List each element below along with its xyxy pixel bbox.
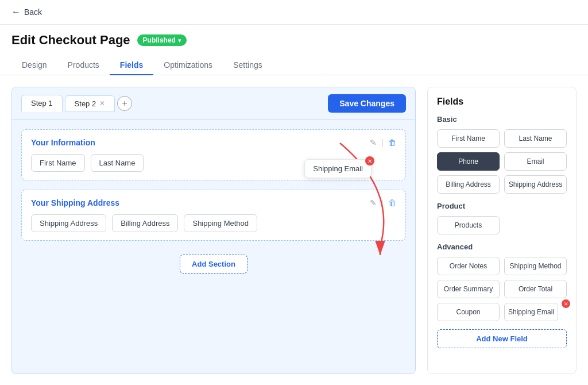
- section2-title: Your Shipping Address: [31, 198, 119, 207]
- published-badge[interactable]: Published ▾: [137, 34, 187, 46]
- panel-field-first-name[interactable]: First Name: [437, 129, 500, 148]
- step1-label: Step 1: [31, 99, 53, 107]
- panel-field-email[interactable]: Email: [504, 152, 567, 171]
- tab-products[interactable]: Products: [57, 56, 110, 75]
- section-shipping-address: Your Shipping Address ✎ | 🗑 Shipping Add…: [21, 190, 406, 241]
- panel-advanced-label: Advanced: [437, 242, 567, 251]
- canvas-area: Step 1 Step 2 ✕ + Save Changes Your Info: [11, 87, 416, 374]
- badge-chevron-icon: ▾: [178, 37, 181, 44]
- tab-design[interactable]: Design: [11, 56, 57, 75]
- panel-basic-label: Basic: [437, 115, 567, 124]
- section2-actions: ✎ | 🗑: [370, 198, 396, 207]
- tab-optimizations[interactable]: Optimizations: [153, 56, 223, 75]
- panel-title: Fields: [437, 97, 567, 107]
- back-arrow-icon: ←: [11, 7, 21, 17]
- panel-field-phone[interactable]: Phone: [437, 152, 500, 171]
- add-section-button[interactable]: Add Section: [180, 255, 247, 274]
- section2-divider: |: [381, 198, 384, 207]
- panel-advanced-fields: Order Notes Shipping Method Order Summar…: [437, 257, 567, 321]
- panel-field-shipping-email[interactable]: Shipping Email: [504, 303, 558, 321]
- panel-field-coupon[interactable]: Coupon: [437, 303, 500, 321]
- panel-field-last-name[interactable]: Last Name: [504, 129, 567, 148]
- panel-product-fields: Products: [437, 216, 567, 234]
- field-shipping-address: Shipping Address: [31, 214, 106, 232]
- section1-wrapper: Your Information ✎ | 🗑 First Name Last N…: [21, 129, 406, 180]
- top-bar: ← Back: [0, 0, 588, 25]
- header-row: Edit Checkout Page Published ▾: [0, 25, 588, 48]
- add-step-button[interactable]: +: [117, 96, 132, 111]
- section2-header: Your Shipping Address ✎ | 🗑: [31, 198, 396, 207]
- step-bar: Step 1 Step 2 ✕ + Save Changes: [12, 87, 415, 120]
- step2-close-icon[interactable]: ✕: [99, 99, 105, 107]
- section2-edit-button[interactable]: ✎: [370, 198, 377, 207]
- main-content: Step 1 Step 2 ✕ + Save Changes Your Info: [0, 75, 588, 385]
- section1-actions: ✎ | 🗑: [370, 138, 396, 147]
- panel-field-products[interactable]: Products: [437, 216, 500, 234]
- panel-product-label: Product: [437, 202, 567, 210]
- panel-field-shipping-email-remove[interactable]: ✕: [562, 299, 570, 308]
- section2-fields: Shipping Address Billing Address Shippin…: [31, 214, 396, 232]
- panel-field-shipping-method[interactable]: Shipping Method: [504, 257, 567, 275]
- panel-field-order-total[interactable]: Order Total: [504, 280, 567, 298]
- step-tabs: Step 1 Step 2 ✕ +: [21, 95, 132, 112]
- tab-settings[interactable]: Settings: [223, 56, 273, 75]
- panel-field-shipping-email-wrapper: Shipping Email ✕: [504, 303, 567, 321]
- section1-delete-button[interactable]: 🗑: [388, 138, 396, 147]
- canvas-body: Your Information ✎ | 🗑 First Name Last N…: [12, 120, 415, 283]
- section2-delete-button[interactable]: 🗑: [388, 198, 396, 207]
- tab-fields[interactable]: Fields: [110, 56, 153, 75]
- section1-header: Your Information ✎ | 🗑: [31, 138, 396, 147]
- drag-tooltip-close-button[interactable]: ✕: [365, 156, 374, 165]
- field-billing-address: Billing Address: [112, 214, 178, 232]
- drag-tooltip-label: Shipping Email: [313, 164, 363, 173]
- panel-field-order-notes[interactable]: Order Notes: [437, 257, 500, 275]
- step2-label: Step 2: [75, 99, 96, 108]
- add-new-field-button[interactable]: Add New Field: [437, 329, 567, 348]
- back-button[interactable]: ← Back: [11, 7, 42, 17]
- page-title: Edit Checkout Page: [11, 33, 130, 48]
- section1-divider: |: [381, 138, 384, 147]
- drag-tooltip: Shipping Email ✕: [304, 159, 372, 178]
- section1-title: Your Information: [31, 138, 95, 147]
- panel-basic-fields: First Name Last Name Phone Email Billing…: [437, 129, 567, 194]
- field-last-name: Last Name: [91, 154, 144, 172]
- step-tab-1[interactable]: Step 1: [21, 95, 63, 112]
- panel-field-order-summary[interactable]: Order Summary: [437, 280, 500, 298]
- panel-field-shipping-address[interactable]: Shipping Address: [504, 175, 567, 194]
- save-changes-button[interactable]: Save Changes: [328, 94, 406, 113]
- right-panel: Fields Basic First Name Last Name Phone …: [427, 87, 577, 374]
- step-tab-2[interactable]: Step 2 ✕: [65, 95, 115, 112]
- main-tabs: Design Products Fields Optimizations Set…: [0, 50, 588, 75]
- field-shipping-method: Shipping Method: [184, 214, 257, 232]
- back-label: Back: [24, 7, 42, 17]
- add-step-icon: +: [122, 98, 127, 109]
- field-first-name: First Name: [31, 154, 85, 172]
- section1-edit-button[interactable]: ✎: [370, 138, 377, 147]
- panel-field-billing-address[interactable]: Billing Address: [437, 175, 500, 194]
- published-label: Published: [143, 36, 176, 44]
